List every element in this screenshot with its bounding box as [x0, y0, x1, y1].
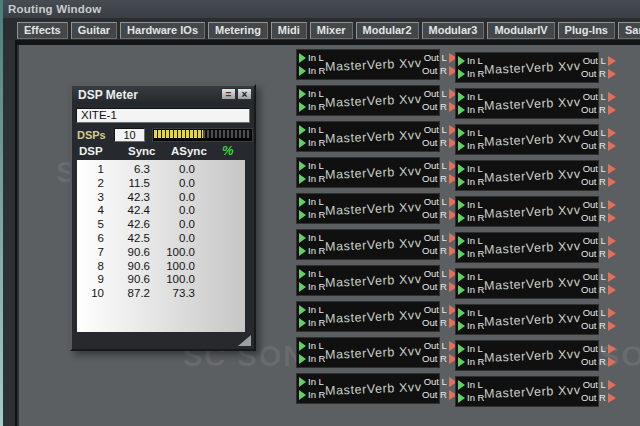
- masterverb-module[interactable]: In L In R MasterVerb Xvv Out L Out R: [296, 193, 440, 224]
- output-port-left[interactable]: Out L: [422, 232, 457, 244]
- masterverb-module[interactable]: In L In R MasterVerb Xvv Out L Out R: [296, 301, 440, 332]
- input-port-right[interactable]: In R: [299, 317, 325, 329]
- output-port-left[interactable]: Out L: [581, 91, 616, 103]
- input-port-right[interactable]: In R: [458, 104, 484, 116]
- input-port-right[interactable]: In R: [299, 353, 325, 365]
- masterverb-module[interactable]: In L In R MasterVerb Xvv Out L Out R: [296, 85, 440, 116]
- output-port-right[interactable]: Out R: [581, 212, 616, 224]
- masterverb-module[interactable]: In L In R MasterVerb Xvv Out L Out R: [455, 124, 599, 155]
- input-port-left[interactable]: In L: [458, 343, 484, 355]
- input-port-left[interactable]: In L: [458, 307, 484, 319]
- masterverb-module[interactable]: In L In R MasterVerb Xvv Out L Out R: [455, 268, 599, 299]
- output-port-left[interactable]: Out L: [581, 163, 616, 175]
- output-port-right[interactable]: Out R: [422, 101, 457, 113]
- output-port-right[interactable]: Out R: [422, 209, 457, 221]
- tab-plug-ins[interactable]: Plug-Ins: [558, 22, 615, 39]
- close-button[interactable]: ×: [237, 88, 252, 100]
- table-row[interactable]: 211.50.0: [77, 177, 245, 191]
- input-port-right[interactable]: In R: [458, 356, 484, 368]
- output-port-right[interactable]: Out R: [581, 356, 616, 368]
- input-port-left[interactable]: In L: [458, 127, 484, 139]
- input-port-right[interactable]: In R: [299, 245, 325, 257]
- masterverb-module[interactable]: In L In R MasterVerb Xvv Out L Out R: [296, 49, 440, 80]
- input-port-left[interactable]: In L: [299, 304, 325, 316]
- input-port-left[interactable]: In L: [458, 55, 484, 67]
- output-port-left[interactable]: Out L: [422, 124, 457, 136]
- output-port-left[interactable]: Out L: [581, 199, 616, 211]
- input-port-right[interactable]: In R: [458, 284, 484, 296]
- tab-metering[interactable]: Metering: [208, 22, 268, 39]
- tab-hardware-ios[interactable]: Hardware IOs: [120, 22, 205, 39]
- output-port-left[interactable]: Out L: [422, 304, 457, 316]
- masterverb-module[interactable]: In L In R MasterVerb Xvv Out L Out R: [455, 52, 599, 83]
- input-port-left[interactable]: In L: [299, 124, 325, 136]
- masterverb-module[interactable]: In L In R MasterVerb Xvv Out L Out R: [296, 337, 440, 368]
- output-port-left[interactable]: Out L: [422, 376, 457, 388]
- table-row[interactable]: 790.6100.0: [77, 246, 245, 260]
- output-port-right[interactable]: Out R: [581, 140, 616, 152]
- masterverb-module[interactable]: In L In R MasterVerb Xvv Out L Out R: [296, 373, 440, 404]
- input-port-right[interactable]: In R: [458, 140, 484, 152]
- table-row[interactable]: 542.60.0: [77, 218, 245, 232]
- output-port-left[interactable]: Out L: [422, 340, 457, 352]
- tab-modulariv[interactable]: ModularIV: [487, 22, 554, 39]
- table-row[interactable]: 990.6100.0: [77, 273, 245, 287]
- input-port-right[interactable]: In R: [299, 173, 325, 185]
- input-port-left[interactable]: In L: [299, 340, 325, 352]
- output-port-right[interactable]: Out R: [581, 320, 616, 332]
- output-port-right[interactable]: Out R: [422, 65, 457, 77]
- input-port-right[interactable]: In R: [458, 212, 484, 224]
- input-port-left[interactable]: In L: [299, 232, 325, 244]
- masterverb-module[interactable]: In L In R MasterVerb Xvv Out L Out R: [455, 304, 599, 335]
- output-port-left[interactable]: Out L: [581, 271, 616, 283]
- input-port-left[interactable]: In L: [458, 199, 484, 211]
- output-port-right[interactable]: Out R: [422, 317, 457, 329]
- input-port-right[interactable]: In R: [299, 137, 325, 149]
- table-row[interactable]: 16.30.0: [77, 163, 245, 177]
- resize-grip[interactable]: [238, 335, 251, 346]
- output-port-right[interactable]: Out R: [422, 245, 457, 257]
- input-port-left[interactable]: In L: [458, 235, 484, 247]
- output-port-left[interactable]: Out L: [422, 88, 457, 100]
- input-port-left[interactable]: In L: [458, 271, 484, 283]
- input-port-left[interactable]: In L: [458, 379, 484, 391]
- input-port-left[interactable]: In L: [299, 160, 325, 172]
- output-port-left[interactable]: Out L: [422, 268, 457, 280]
- input-port-right[interactable]: In R: [458, 68, 484, 80]
- input-port-right[interactable]: In R: [299, 209, 325, 221]
- table-row[interactable]: 1087.273.3: [77, 287, 245, 301]
- masterverb-module[interactable]: In L In R MasterVerb Xvv Out L Out R: [296, 265, 440, 296]
- input-port-right[interactable]: In R: [458, 176, 484, 188]
- table-row[interactable]: 642.50.0: [77, 232, 245, 246]
- masterverb-module[interactable]: In L In R MasterVerb Xvv Out L Out R: [455, 160, 599, 191]
- masterverb-module[interactable]: In L In R MasterVerb Xvv Out L Out R: [296, 157, 440, 188]
- output-port-right[interactable]: Out R: [422, 173, 457, 185]
- tab-sampler[interactable]: Sampler: [618, 22, 640, 39]
- output-port-right[interactable]: Out R: [422, 281, 457, 293]
- tab-modular2[interactable]: Modular2: [356, 22, 419, 39]
- input-port-right[interactable]: In R: [299, 281, 325, 293]
- tab-mixer[interactable]: Mixer: [310, 22, 353, 39]
- masterverb-module[interactable]: In L In R MasterVerb Xvv Out L Out R: [296, 229, 440, 260]
- input-port-right[interactable]: In R: [299, 389, 325, 401]
- output-port-right[interactable]: Out R: [581, 68, 616, 80]
- dsp-table[interactable]: 16.30.0211.50.0342.30.0442.40.0542.60.06…: [77, 160, 245, 332]
- table-row[interactable]: 890.6100.0: [77, 260, 245, 274]
- input-port-left[interactable]: In L: [458, 163, 484, 175]
- input-port-left[interactable]: In L: [458, 91, 484, 103]
- output-port-right[interactable]: Out R: [422, 389, 457, 401]
- output-port-right[interactable]: Out R: [581, 248, 616, 260]
- device-name-field[interactable]: XITE-1: [76, 108, 250, 123]
- input-port-left[interactable]: In L: [299, 88, 325, 100]
- masterverb-module[interactable]: In L In R MasterVerb Xvv Out L Out R: [455, 196, 599, 227]
- table-row[interactable]: 342.30.0: [77, 191, 245, 205]
- output-port-right[interactable]: Out R: [581, 176, 616, 188]
- input-port-right[interactable]: In R: [299, 101, 325, 113]
- tab-modular3[interactable]: Modular3: [422, 22, 485, 39]
- masterverb-module[interactable]: In L In R MasterVerb Xvv Out L Out R: [296, 121, 440, 152]
- output-port-right[interactable]: Out R: [422, 137, 457, 149]
- table-row[interactable]: 442.40.0: [77, 204, 245, 218]
- output-port-right[interactable]: Out R: [581, 284, 616, 296]
- output-port-left[interactable]: Out L: [422, 160, 457, 172]
- output-port-left[interactable]: Out L: [422, 52, 457, 64]
